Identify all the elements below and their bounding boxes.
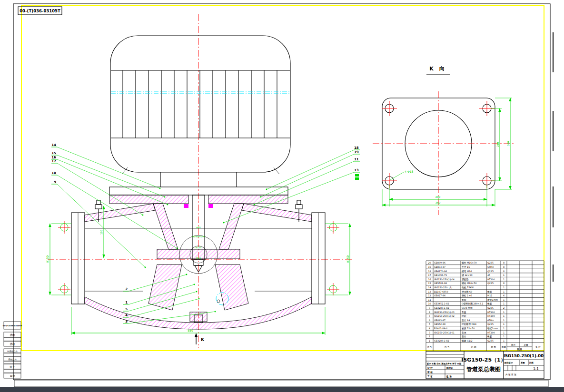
drawing-title-line1: ISG150-25（1） (461, 357, 506, 363)
dim-left: Φ150 (46, 255, 49, 263)
bom-cell: Q235 (487, 323, 494, 325)
leader-dot (254, 204, 255, 206)
balloon-number: 18 (354, 146, 359, 150)
bom-cell: 65Mn (487, 319, 494, 322)
balloon-number: 4 (125, 314, 128, 317)
bom-cell: GB6170-86 (434, 270, 447, 273)
bom-cell: 8 (503, 262, 505, 264)
bom-cell: 1 (503, 299, 505, 301)
margin-code: 00-(T)036-03105T (3, 324, 22, 327)
bom-cell: 45 (487, 274, 490, 276)
balloon-number: 13 (354, 168, 359, 172)
dim-flange-height: 360 (507, 141, 510, 146)
bom-cell: HT200 (487, 332, 495, 334)
bom-cell: 16 (428, 278, 431, 281)
bom-header-cell: 单件 (511, 344, 516, 346)
margin-label: 旧底图总号 (7, 350, 18, 353)
balloon-number: 14 (51, 143, 56, 147)
leader-dot (164, 196, 166, 198)
bom-cell: 1 (503, 291, 505, 293)
balloon-number: 3 (125, 320, 128, 323)
bom-cell: 8 (429, 311, 430, 314)
leader-dot (215, 311, 216, 313)
leader-dot (260, 196, 262, 198)
k-view-label: K 向 (429, 66, 446, 72)
bom-cell: ISG150-250(1)-04 (434, 278, 455, 281)
bom-cell: 8 (503, 266, 505, 268)
bom-cell: GB3289.1-82 (434, 307, 449, 309)
leader-dot (223, 222, 225, 224)
bom-cell: B2401-89-II (434, 327, 447, 330)
symbol-flag (355, 177, 359, 180)
bom-cell: 7 (429, 315, 430, 317)
bom-cell: 11 (428, 299, 431, 301)
bom-cell: 20 (428, 262, 431, 264)
seal-right (208, 204, 213, 208)
bom-cell: ISG150-250(1)-01 (434, 332, 455, 334)
seal-left (184, 204, 188, 208)
balloon-number: 16 (51, 156, 56, 159)
bom-header-cell: 重 量 (517, 348, 522, 351)
balloon-number: 1 (125, 301, 128, 304)
dim-center: Φ240H7/h6 (192, 235, 205, 238)
balloon-number: 10 (51, 171, 56, 175)
leader-dot (142, 215, 144, 216)
bom-cell: ISG150-250(1)-02 (434, 315, 455, 317)
bom-cell: 泵体 (462, 332, 466, 334)
balloon-number: 19 (354, 150, 359, 154)
sign-label: 审 核 (427, 371, 433, 373)
bom-cell: GB899-86 (434, 262, 445, 264)
section-letter-k: K (201, 337, 205, 342)
bom-header-cell: 数量 (502, 346, 506, 348)
bom-cell: 10 (428, 303, 431, 305)
mass-label: 质量 (520, 362, 525, 364)
bom-cell: 8 (503, 270, 505, 273)
margin-label: 底图总号 (8, 358, 17, 361)
bom-cell: Q235 (487, 270, 494, 273)
bom-cell: 橡胶 (487, 290, 492, 293)
bom-cell: GB893-87 (434, 266, 445, 268)
bom-cell: 1 (503, 286, 505, 289)
bom-cell: 1 (503, 332, 505, 334)
balloon-number: 15 (51, 151, 56, 155)
balloon-number: 9 (54, 180, 56, 184)
bom-cell: Q235 (487, 282, 494, 284)
margin-label: 描图 (10, 333, 15, 337)
bom-cell: 调整垫 (462, 278, 469, 281)
scale-value: 1:1 (533, 367, 538, 371)
bom-cell: 硬铝1mm (487, 298, 498, 301)
bom-cell: 65Mn (487, 266, 494, 268)
bom-cell: GB3289.1-82 (434, 340, 449, 342)
bom-cell: 泵盖 (462, 311, 466, 314)
leader-dot (194, 284, 195, 285)
symbol-flag (355, 174, 359, 176)
bom-cell: O型密封圈 280×3.1 (462, 302, 483, 305)
bom-header-cell: 代 号 (444, 346, 449, 348)
bom-cell: Q235 (487, 262, 494, 264)
bom-cell: 叶轮螺母 M24 (462, 323, 476, 326)
bom-cell: GB3452.1-82 (434, 303, 449, 305)
bom-cell: 橡胶 (487, 335, 492, 338)
balloon-number: 5 (125, 307, 128, 311)
bom-cell: 硬铝1mm (487, 327, 498, 330)
bom-cell: 1 (503, 311, 505, 314)
bom-cell: 1 (503, 319, 505, 322)
bom-cell: 1 (503, 335, 505, 338)
bom-cell: 螺塞 G1/2 (462, 339, 473, 343)
bom-cell: ISG150-250（1） (434, 286, 454, 289)
hole-note: 4-Φ18 (405, 170, 414, 173)
drawing-canvas: 00-(T)036-03105T 00-(T)036-03105T 描图 描校 … (0, 0, 564, 392)
bom-cell: ISG150-250(1)-03 (434, 311, 455, 314)
bom-cell: 13 (428, 291, 431, 293)
bom-cell: 1 (503, 327, 505, 330)
bom-cell: 12 (428, 294, 431, 297)
leader-dot (177, 248, 178, 249)
bom-cell: HT200 (487, 278, 495, 281)
bom-cell: 铭牌 (462, 298, 466, 302)
bom-cell: HT200 (487, 315, 495, 317)
bom-cell: 18 (428, 270, 431, 273)
bom-cell: Q235 (487, 307, 494, 309)
bom-cell: 1 (503, 340, 505, 342)
margin-label: 日期 (10, 374, 15, 378)
leader-dot (159, 188, 161, 189)
